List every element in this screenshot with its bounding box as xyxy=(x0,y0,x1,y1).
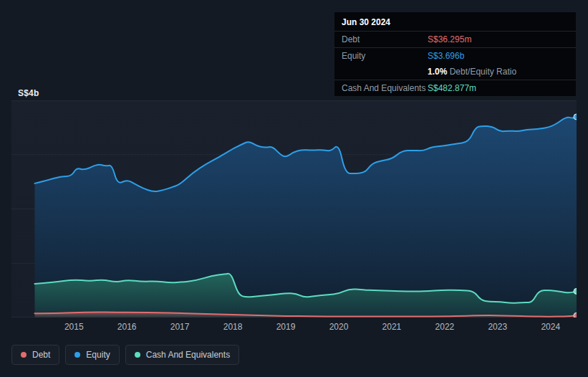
chart-plot-area[interactable] xyxy=(11,100,577,318)
tooltip-date: Jun 30 2024 xyxy=(334,12,576,31)
equity-legend-dot-icon xyxy=(74,352,80,358)
x-tick-label-2017: 2017 xyxy=(170,322,190,332)
x-tick-label-2021: 2021 xyxy=(382,322,402,332)
y-axis-label-top: S$4b xyxy=(18,88,39,98)
tooltip-row-equity: Equity S$3.696b xyxy=(334,47,576,64)
cash-legend-dot-icon xyxy=(135,352,140,358)
tooltip-ratio-value: 1.0% xyxy=(428,67,447,77)
x-tick-label-2020: 2020 xyxy=(329,322,349,332)
x-axis: 2015201620172018201920202021202220232024 xyxy=(11,322,577,333)
tooltip-row-ratio: 1.0% Debt/Equity Ratio xyxy=(334,64,576,80)
x-tick-label-2018: 2018 xyxy=(223,322,243,332)
legend-item-equity-label: Equity xyxy=(86,350,110,360)
tooltip-cash-label: Cash And Equivalents xyxy=(342,82,428,94)
tooltip-row-debt: Debt S$36.295m xyxy=(334,31,576,47)
debt-legend-dot-icon xyxy=(21,352,26,358)
equity-end-marker xyxy=(574,114,577,120)
tooltip-ratio: 1.0% Debt/Equity Ratio xyxy=(428,66,569,77)
debt-equity-history-chart-page: { "tooltip": { "date": "Jun 30 2024", "d… xyxy=(0,0,588,377)
legend-item-equity[interactable]: Equity xyxy=(65,345,119,365)
chart-svg[interactable] xyxy=(11,100,577,318)
tooltip-equity-value: S$3.696b xyxy=(428,50,569,62)
legend-item-debt-label: Debt xyxy=(32,350,50,360)
x-tick-label-2024: 2024 xyxy=(541,322,560,332)
legend-item-cash-label: Cash And Equivalents xyxy=(146,350,230,360)
x-tick-label-2019: 2019 xyxy=(276,322,296,332)
tooltip-row-cash: Cash And Equivalents S$482.877m xyxy=(334,80,576,96)
tooltip-panel: Jun 30 2024 Debt S$36.295m Equity S$3.69… xyxy=(334,11,577,97)
legend-item-cash[interactable]: Cash And Equivalents xyxy=(125,345,239,365)
legend: Debt Equity Cash And Equivalents xyxy=(11,345,239,365)
x-tick-label-2015: 2015 xyxy=(64,322,84,332)
x-tick-label-2016: 2016 xyxy=(117,322,137,332)
tooltip-debt-value: S$36.295m xyxy=(428,34,569,45)
tooltip-debt-label: Debt xyxy=(342,34,428,45)
legend-item-debt[interactable]: Debt xyxy=(11,345,59,365)
tooltip-cash-value: S$482.877m xyxy=(428,82,569,94)
tooltip-ratio-label: Debt/Equity Ratio xyxy=(450,67,516,77)
cash-end-marker xyxy=(574,288,577,294)
tooltip-equity-label: Equity xyxy=(342,50,428,62)
x-tick-label-2022: 2022 xyxy=(435,322,455,332)
x-tick-label-2023: 2023 xyxy=(488,322,507,332)
